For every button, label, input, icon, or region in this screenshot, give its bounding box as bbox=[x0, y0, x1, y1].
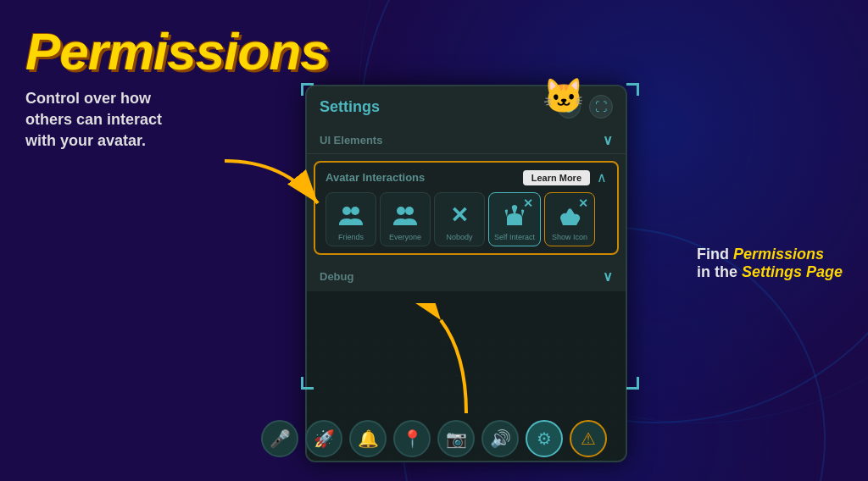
avatar-section-chevron: ∧ bbox=[597, 169, 607, 185]
everyone-icon bbox=[390, 200, 420, 230]
debug-section: Debug ∨ bbox=[307, 262, 626, 291]
show-icon-label: Show Icon bbox=[552, 233, 587, 241]
settings-button[interactable]: ⚙ bbox=[526, 420, 563, 457]
nobody-button[interactable]: ✕ Nobody bbox=[434, 192, 485, 246]
debug-label: Debug bbox=[320, 270, 353, 283]
bottom-toolbar: 🎤 🚀 🔔 📍 📷 🔊 ⚙ ⚠ bbox=[261, 420, 607, 457]
right-text-highlight1: Permissions bbox=[733, 246, 824, 263]
ui-elements-label: UI Elements bbox=[320, 134, 382, 147]
avatar-section-header: Avatar Interactions Learn More ∧ bbox=[326, 169, 607, 185]
camera-button[interactable]: 📷 bbox=[437, 420, 475, 457]
expand-button[interactable]: ⛶ bbox=[589, 95, 613, 119]
nobody-label: Nobody bbox=[446, 233, 472, 241]
location-button[interactable]: 📍 bbox=[393, 420, 431, 457]
svg-point-1 bbox=[342, 207, 351, 215]
debug-header[interactable]: Debug ∨ bbox=[320, 268, 613, 285]
panel-corner-tr bbox=[626, 83, 639, 96]
avatar-interactions-section: Avatar Interactions Learn More ∧ Friends bbox=[314, 161, 619, 255]
left-content: Permissions Control over how others can … bbox=[25, 25, 329, 152]
cat-mascot: 🐱 bbox=[542, 76, 585, 116]
show-icon-button[interactable]: ✕ Show Icon bbox=[544, 192, 595, 246]
rocket-button[interactable]: 🚀 bbox=[305, 420, 342, 457]
friends-button[interactable]: Friends bbox=[326, 192, 376, 246]
everyone-label: Everyone bbox=[389, 233, 421, 241]
ui-elements-section: UI Elements ∨ bbox=[307, 127, 626, 154]
self-interact-x: ✕ bbox=[523, 196, 533, 210]
self-interact-button[interactable]: ✕ Self Interact bbox=[488, 192, 541, 246]
warning-button[interactable]: ⚠ bbox=[570, 420, 607, 457]
friends-icon bbox=[336, 200, 366, 230]
self-interact-label: Self Interact bbox=[494, 233, 535, 241]
page-title: Permissions bbox=[25, 25, 329, 78]
panel-corner-br bbox=[626, 377, 639, 390]
ui-elements-chevron: ∨ bbox=[603, 132, 613, 148]
debug-chevron: ∨ bbox=[603, 268, 613, 285]
settings-panel: Settings ⏻ ⛶ UI Elements ∨ Avatar Intera… bbox=[305, 85, 627, 462]
ui-elements-header[interactable]: UI Elements ∨ bbox=[320, 132, 613, 148]
panel-corner-bl bbox=[301, 377, 314, 390]
microphone-button[interactable]: 🎤 bbox=[261, 420, 298, 457]
right-text-line2: in the Settings Page bbox=[697, 263, 843, 281]
everyone-button[interactable]: Everyone bbox=[380, 192, 431, 246]
svg-point-2 bbox=[351, 207, 359, 215]
svg-point-4 bbox=[405, 207, 414, 215]
show-icon-icon: ✕ bbox=[554, 200, 585, 230]
friends-label: Friends bbox=[338, 233, 364, 241]
interaction-buttons-row: Friends Everyone ✕ Nobody bbox=[326, 192, 607, 246]
right-text-highlight2: Settings Page bbox=[742, 263, 843, 280]
self-interact-icon: ✕ bbox=[499, 200, 530, 230]
bell-button[interactable]: 🔔 bbox=[349, 420, 387, 457]
svg-point-3 bbox=[397, 207, 405, 215]
nobody-icon: ✕ bbox=[444, 200, 475, 230]
learn-more-button[interactable]: Learn More bbox=[523, 170, 590, 185]
avatar-interactions-label: Avatar Interactions bbox=[326, 171, 425, 184]
show-icon-x: ✕ bbox=[578, 196, 588, 210]
subtitle-text: Control over how others can interact wit… bbox=[25, 88, 229, 152]
right-text-line1: Find Permissions bbox=[697, 246, 843, 263]
volume-button[interactable]: 🔊 bbox=[481, 420, 519, 457]
right-text: Find Permissions in the Settings Page bbox=[697, 246, 843, 281]
